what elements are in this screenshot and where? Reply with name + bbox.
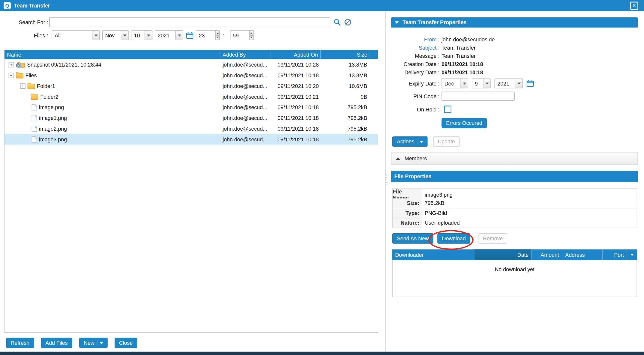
members-section-toggle[interactable]: Members: [391, 152, 638, 165]
column-header-amount[interactable]: Amount: [532, 249, 562, 260]
transfer-properties-form: From : john.doe@secudos.de Subject : Tea…: [391, 36, 638, 128]
search-label: Search For :: [4, 19, 48, 26]
expand-icon[interactable]: +: [20, 83, 26, 88]
errors-occured-button[interactable]: Errors Occured: [442, 118, 487, 128]
day-select[interactable]: 10: [131, 30, 152, 40]
minute-input[interactable]: [230, 31, 249, 40]
chevron-down-icon: [100, 342, 103, 346]
column-header-added-on[interactable]: Added On: [270, 50, 321, 59]
size: 795.2kB: [321, 126, 370, 132]
expand-icon[interactable]: +: [9, 62, 14, 67]
property-row: Nature: User-uploaded: [392, 218, 636, 228]
column-header-spacer: [370, 50, 378, 59]
size: 13.8MB: [321, 72, 370, 78]
chevron-down-icon: [176, 31, 183, 40]
remove-button: Remove: [478, 233, 508, 244]
table-row[interactable]: + Snapshot 09/11/2021, 10:28:44 john.doe…: [4, 59, 378, 70]
panel-splitter[interactable]: [385, 11, 388, 352]
search-input[interactable]: [49, 17, 330, 27]
file-name: image3.png: [39, 136, 67, 142]
on-hold-checkbox[interactable]: [444, 106, 451, 113]
add-files-button[interactable]: Add Files: [41, 338, 72, 348]
table-row[interactable]: + Folder1 john.doe@secud... 09/11/2021 1…: [4, 80, 378, 91]
new-button[interactable]: New: [79, 338, 108, 348]
property-label: Nature:: [392, 218, 422, 228]
column-header-added-by[interactable]: Added By: [220, 50, 270, 59]
column-header-downloader[interactable]: Downloader: [392, 249, 474, 260]
delivery-date-label: Delivery Date :: [391, 69, 440, 76]
minute-stepper[interactable]: [230, 30, 254, 40]
size: 795.2kB: [321, 136, 370, 142]
pin-code-label: PIN Code :: [391, 93, 440, 99]
added-on: 09/11/2021 10:21: [270, 94, 321, 100]
expiry-month-select[interactable]: Dec: [442, 78, 468, 88]
clear-search-icon[interactable]: [344, 18, 352, 26]
collapse-icon[interactable]: −: [9, 72, 14, 78]
chevron-down-icon: [420, 140, 423, 144]
table-row-selected[interactable]: image3.png john.doe@secud... 09/11/2021 …: [4, 134, 378, 144]
file-icon: [32, 126, 37, 132]
properties-panel-header[interactable]: Team Transfer Properties: [391, 17, 638, 28]
expiry-year-select[interactable]: 2021: [494, 78, 523, 88]
added-by: john.doe@secud...: [220, 94, 270, 100]
file-name: Files: [26, 72, 37, 78]
file-name: image2.png: [39, 126, 67, 132]
actions-button[interactable]: Actions: [392, 136, 428, 146]
app-logo-icon: Q: [4, 2, 11, 9]
added-by: john.doe@secud...: [220, 72, 270, 78]
folder-icon: [31, 94, 38, 100]
table-row[interactable]: image.png john.doe@secud... 09/11/2021 1…: [4, 102, 378, 113]
expiry-date-label: Expiry Date :: [391, 80, 440, 86]
update-button: Update: [433, 136, 459, 146]
delivery-date-value: 09/11/2021 10:18: [442, 69, 483, 76]
column-header-name[interactable]: Name: [4, 50, 220, 59]
message-label: Message :: [391, 53, 440, 59]
chevron-down-icon: [460, 79, 468, 88]
spinner-down-icon[interactable]: [216, 36, 219, 40]
added-on: 09/11/2021 10:18: [270, 136, 321, 142]
table-row[interactable]: image2.png john.doe@secud... 09/11/2021 …: [4, 123, 378, 134]
column-header-port[interactable]: Port: [603, 249, 627, 260]
downloads-table-header: Downloader Date Amount Address Port: [392, 249, 637, 260]
table-row[interactable]: − Files john.doe@secud... 09/11/2021 10:…: [4, 70, 378, 80]
calendar-icon[interactable]: [186, 32, 194, 39]
column-header-address[interactable]: Address: [562, 249, 603, 260]
column-header-size[interactable]: Size: [321, 50, 370, 59]
column-header-date[interactable]: Date: [474, 249, 532, 260]
pin-code-field[interactable]: [442, 92, 515, 101]
expiry-day-select[interactable]: 9: [472, 78, 491, 88]
refresh-button[interactable]: Refresh: [6, 338, 34, 348]
chevron-down-icon: [144, 31, 152, 40]
property-label: Type:: [392, 208, 422, 218]
column-menu-button[interactable]: [627, 249, 637, 260]
file-type-select[interactable]: All: [52, 30, 100, 40]
hour-input[interactable]: [196, 31, 215, 40]
added-on: 09/11/2021 10:28: [270, 61, 321, 68]
added-by: john.doe@secud...: [220, 61, 270, 68]
download-button[interactable]: Download: [438, 233, 470, 244]
calendar-icon[interactable]: [526, 80, 534, 87]
size: 13.8MB: [321, 61, 370, 68]
size: 795.2kB: [321, 115, 370, 121]
table-row[interactable]: image1.png john.doe@secud... 09/11/2021 …: [4, 113, 378, 124]
search-icon[interactable]: [334, 18, 341, 26]
chevron-down-icon: [121, 31, 128, 40]
from-value: john.doe@secudos.de: [442, 36, 495, 43]
subject-label: Subject :: [391, 44, 440, 51]
spinner-up-icon[interactable]: [250, 31, 253, 36]
spinner-down-icon[interactable]: [250, 36, 253, 40]
subject-value: Team Transfer: [442, 44, 476, 51]
added-by: john.doe@secud...: [220, 104, 270, 110]
year-select[interactable]: 2021: [155, 30, 183, 40]
close-button[interactable]: Close: [114, 338, 137, 348]
added-on: 09/11/2021 10:20: [270, 83, 321, 89]
send-as-new-button[interactable]: Send As New: [392, 233, 434, 244]
added-by: john.doe@secud...: [220, 83, 270, 89]
folder-icon: [28, 84, 35, 89]
hour-stepper[interactable]: [196, 30, 220, 40]
spinner-up-icon[interactable]: [216, 31, 219, 36]
month-select[interactable]: Nov: [102, 30, 128, 40]
table-row[interactable]: Folder2 john.doe@secud... 09/11/2021 10:…: [4, 91, 378, 102]
downloads-table: Downloader Date Amount Address Port No d…: [392, 249, 637, 297]
close-window-button[interactable]: ✕: [630, 2, 638, 10]
